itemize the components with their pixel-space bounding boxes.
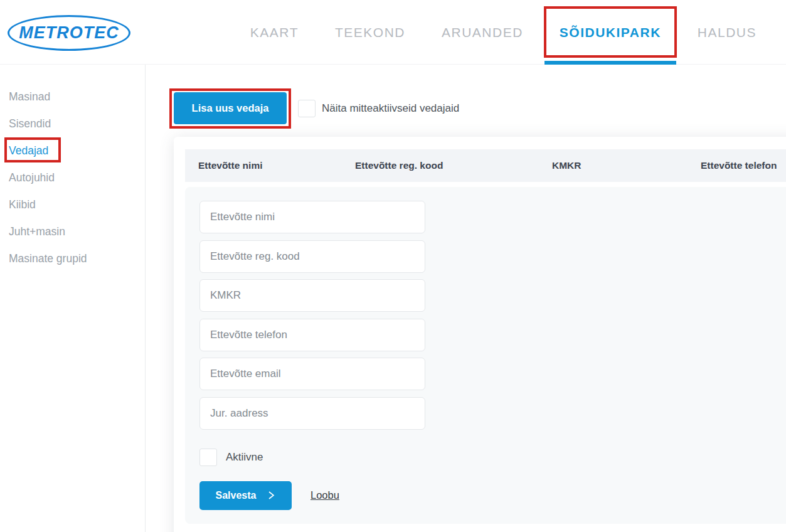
sidebar-item-masinad[interactable]: Masinad [0, 83, 145, 110]
sidebar-item-masinate-grupid[interactable]: Masinate grupid [0, 245, 145, 272]
form-buttons-row: Salvesta Loobu [199, 481, 786, 510]
sidebar-item-label: Masinad [9, 90, 50, 104]
active-tab-underline [544, 61, 676, 65]
sidebar-item-label: Sisendid [9, 117, 51, 130]
column-header-company-name: Ettevõtte nimi [198, 160, 355, 171]
main-nav: KAART TEEKOND ARUANDED SÕIDUKIPARK HALDU… [250, 0, 757, 65]
active-checkbox[interactable] [199, 449, 217, 466]
save-button[interactable]: Salvesta [199, 481, 292, 510]
tab-label: TEEKOND [335, 25, 405, 40]
phone-field[interactable] [199, 319, 425, 351]
tab-teekond[interactable]: TEEKOND [335, 0, 405, 65]
show-inactive-label: Näita mitteaktiivseid vedajaid [322, 102, 459, 115]
chevron-right-icon [267, 491, 275, 500]
tab-soidukipark[interactable]: SÕIDUKIPARK [560, 0, 661, 65]
sidebar-item-vedajad[interactable]: Vedajad [0, 137, 145, 164]
metrotec-logo[interactable]: METROTEC [8, 15, 130, 51]
company-name-field[interactable] [199, 201, 425, 233]
sidebar-item-autojuhid[interactable]: Autojuhid [0, 164, 145, 191]
top-header: METROTEC KAART TEEKOND ARUANDED SÕIDUKIP… [0, 0, 786, 65]
column-header-phone: Ettevõtte telefon [701, 160, 786, 171]
sidebar-menu: Masinad Sisendid Vedajad Autojuhid Kiibi… [0, 65, 145, 272]
tab-aruanded[interactable]: ARUANDED [442, 0, 523, 65]
tab-label: SÕIDUKIPARK [560, 25, 661, 40]
reg-code-field[interactable] [199, 240, 425, 273]
sidebar-item-label: Juht+masin [9, 225, 65, 238]
sidebar-item-label: Masinate grupid [9, 252, 87, 265]
sidebar-item-label: Autojuhid [9, 171, 55, 184]
logo-text: METROTEC [19, 23, 119, 43]
sidebar-item-juht-masin[interactable]: Juht+masin [0, 218, 145, 245]
active-checkbox-label: Aktiivne [226, 451, 263, 464]
column-header-reg-code: Ettevõtte reg. kood [355, 160, 552, 171]
tab-label: KAART [250, 25, 299, 40]
sidebar-item-label: Vedajad [9, 144, 48, 157]
new-vedaja-form: Aktiivne Salvesta Loobu [185, 187, 786, 524]
save-button-label: Salvesta [216, 490, 257, 501]
tab-label: HALDUS [698, 25, 757, 40]
table-header-row: Ettevõtte nimi Ettevõtte reg. kood KMKR … [185, 149, 786, 182]
vedajad-card: Ettevõtte nimi Ettevõtte reg. kood KMKR … [174, 137, 786, 532]
show-inactive-checkbox[interactable] [298, 100, 316, 117]
kmkr-field[interactable] [199, 279, 425, 312]
column-header-kmkr: KMKR [552, 160, 701, 171]
active-checkbox-row: Aktiivne [199, 449, 786, 466]
tab-kaart[interactable]: KAART [250, 0, 299, 65]
address-field[interactable] [199, 397, 425, 430]
sidebar-item-kiibid[interactable]: Kiibid [0, 191, 145, 218]
app-screen: METROTEC KAART TEEKOND ARUANDED SÕIDUKIP… [0, 0, 786, 532]
email-field[interactable] [199, 358, 425, 390]
sidebar: Masinad Sisendid Vedajad Autojuhid Kiibi… [0, 65, 146, 532]
sidebar-item-sisendid[interactable]: Sisendid [0, 110, 145, 137]
sidebar-item-label: Kiibid [9, 198, 36, 211]
add-vedaja-button[interactable]: Lisa uus vedaja [174, 92, 287, 124]
cancel-link[interactable]: Loobu [311, 489, 339, 501]
tab-haldus[interactable]: HALDUS [698, 0, 757, 65]
tab-label: ARUANDED [442, 25, 523, 40]
